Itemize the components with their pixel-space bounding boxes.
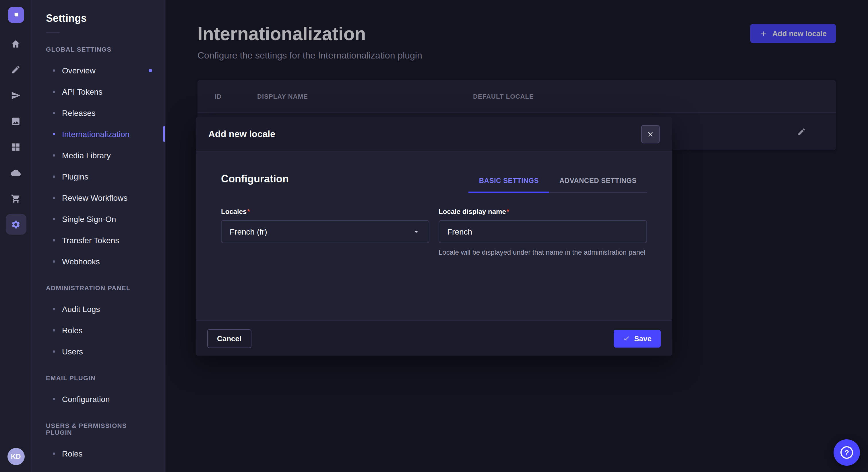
sidebar-item-label: Roles: [62, 449, 83, 458]
configuration-row: Configuration BASIC SETTINGS ADVANCED SE…: [221, 171, 647, 193]
modal-footer: Cancel Save: [196, 321, 672, 356]
tab-basic-settings[interactable]: BASIC SETTINGS: [469, 171, 549, 192]
home-icon[interactable]: [5, 33, 26, 54]
bullet-icon: [53, 175, 55, 177]
modal-body: Configuration BASIC SETTINGS ADVANCED SE…: [196, 151, 672, 321]
sidebar-item-label: Internationalization: [62, 129, 129, 138]
sidebar-item-transfer-tokens[interactable]: Transfer Tokens: [32, 229, 165, 250]
bullet-icon: [53, 239, 55, 241]
cancel-button[interactable]: Cancel: [207, 329, 251, 348]
bullet-icon: [53, 111, 55, 114]
sidebar-item-providers[interactable]: Providers: [32, 464, 165, 472]
close-button[interactable]: [641, 125, 660, 143]
display-name-input[interactable]: [439, 220, 647, 243]
sidebar-item-label: Users: [62, 347, 83, 356]
nav-icon-list: [5, 33, 26, 235]
sidebar-item-up-roles[interactable]: Roles: [32, 443, 165, 464]
check-icon: [623, 335, 629, 342]
settings-sidebar: Settings GLOBAL SETTINGS Overview API To…: [32, 0, 165, 472]
section-global-settings: GLOBAL SETTINGS: [46, 46, 151, 53]
section-administration-panel: ADMINISTRATION PANEL: [46, 284, 151, 291]
sidebar-item-review-workflows[interactable]: Review Workflows: [32, 187, 165, 208]
bullet-icon: [53, 69, 55, 71]
locales-label: Locales*: [221, 208, 429, 216]
cloud-icon[interactable]: [5, 162, 26, 183]
settings-tabs: BASIC SETTINGS ADVANCED SETTINGS: [469, 171, 647, 193]
sidebar-item-label: Providers: [62, 470, 96, 472]
sidebar-item-internationalization[interactable]: Internationalization: [32, 123, 165, 144]
display-name-hint: Locale will be displayed under that name…: [439, 248, 647, 258]
main-nav-rail: KD: [0, 0, 32, 472]
sidebar-item-label: Transfer Tokens: [62, 235, 119, 245]
sidebar-item-audit-logs[interactable]: Audit Logs: [32, 298, 165, 319]
bullet-icon: [53, 308, 55, 310]
bullet-icon: [53, 217, 55, 220]
sidebar-item-label: Overview: [62, 66, 96, 75]
bullet-icon: [53, 329, 55, 331]
sidebar-item-label: Webhooks: [62, 257, 100, 266]
locales-select-value: French (fr): [229, 227, 267, 236]
sidebar-divider: [46, 32, 60, 33]
section-users-permissions-plugin: USERS & PERMISSIONS PLUGIN: [46, 422, 151, 436]
tab-advanced-settings[interactable]: ADVANCED SETTINGS: [549, 171, 647, 192]
sidebar-item-admin-roles[interactable]: Roles: [32, 319, 165, 341]
cart-icon[interactable]: [5, 188, 26, 209]
help-button[interactable]: ?: [834, 439, 860, 466]
section-email-plugin: EMAIL PLUGIN: [46, 374, 151, 381]
send-icon[interactable]: [5, 85, 26, 105]
configuration-title: Configuration: [221, 173, 289, 185]
sidebar-item-label: API Tokens: [62, 87, 102, 96]
notification-dot-icon: [149, 69, 152, 72]
sidebar-item-plugins[interactable]: Plugins: [32, 166, 165, 187]
locales-select[interactable]: French (fr): [221, 220, 429, 243]
add-locale-modal: Add new locale Configuration BASIC SETTI…: [196, 117, 672, 356]
display-name-label-text: Locale display name: [439, 208, 506, 216]
sidebar-item-label: Media Library: [62, 150, 111, 160]
required-asterisk: *: [247, 208, 250, 216]
sidebar-item-email-configuration[interactable]: Configuration: [32, 388, 165, 409]
grid-icon[interactable]: [5, 136, 26, 157]
save-label: Save: [634, 334, 652, 343]
sidebar-item-users[interactable]: Users: [32, 341, 165, 362]
locale-form: Locales* French (fr) Locale display name…: [221, 208, 647, 258]
bullet-icon: [53, 196, 55, 199]
sidebar-item-label: Releases: [62, 108, 96, 117]
close-icon: [647, 131, 654, 137]
sidebar-item-webhooks[interactable]: Webhooks: [32, 250, 165, 272]
modal-header: Add new locale: [196, 117, 672, 151]
strapi-logo[interactable]: [8, 7, 24, 23]
bullet-icon: [53, 398, 55, 400]
save-button[interactable]: Save: [613, 330, 661, 347]
bullet-icon: [53, 154, 55, 156]
display-name-label: Locale display name*: [439, 208, 647, 216]
strapi-logo-icon: [11, 10, 20, 20]
sidebar-item-label: Plugins: [62, 172, 88, 181]
sidebar-item-releases[interactable]: Releases: [32, 102, 165, 123]
sidebar-item-single-sign-on[interactable]: Single Sign-On: [32, 208, 165, 229]
sidebar-title: Settings: [46, 11, 165, 25]
sidebar-item-label: Single Sign-On: [62, 214, 116, 224]
pen-icon[interactable]: [5, 59, 26, 80]
display-name-field: Locale display name* Locale will be disp…: [439, 208, 647, 258]
bullet-icon: [53, 133, 55, 135]
bullet-icon: [53, 260, 55, 262]
media-library-icon[interactable]: [5, 111, 26, 131]
sidebar-item-api-tokens[interactable]: API Tokens: [32, 81, 165, 102]
sidebar-item-label: Audit Logs: [62, 304, 100, 313]
sidebar-item-media-library[interactable]: Media Library: [32, 144, 165, 166]
modal-title: Add new locale: [208, 129, 275, 139]
sidebar-item-label: Roles: [62, 326, 83, 335]
avatar[interactable]: KD: [7, 448, 24, 465]
sidebar-item-overview[interactable]: Overview: [32, 60, 165, 81]
bullet-icon: [53, 90, 55, 93]
bullet-icon: [53, 350, 55, 352]
sidebar-item-label: Review Workflows: [62, 193, 127, 202]
locales-field: Locales* French (fr): [221, 208, 429, 258]
question-mark-icon: ?: [840, 446, 853, 459]
locales-label-text: Locales: [221, 208, 247, 216]
gear-icon[interactable]: [5, 214, 26, 235]
required-asterisk: *: [507, 208, 509, 216]
chevron-down-icon: [412, 227, 421, 236]
bullet-icon: [53, 452, 55, 454]
app-window: KD Settings GLOBAL SETTINGS Overview API…: [0, 0, 868, 472]
